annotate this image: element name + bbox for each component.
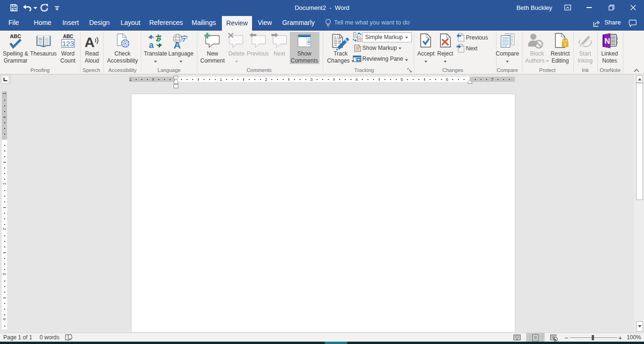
svg-text:123: 123	[62, 40, 74, 48]
svg-text:1: 1	[129, 77, 131, 82]
svg-text:A: A	[173, 40, 180, 49]
svg-text:1: 1	[2, 92, 7, 95]
svg-text:ABC: ABC	[63, 34, 73, 39]
svg-text:3: 3	[2, 273, 7, 275]
svg-text:N: N	[604, 37, 610, 45]
svg-text:4: 4	[355, 77, 358, 82]
svg-text:1: 1	[220, 77, 222, 82]
svg-text:6: 6	[446, 77, 448, 82]
svg-text:1: 1	[2, 183, 7, 185]
svg-text:7: 7	[491, 77, 493, 82]
svg-text:5: 5	[400, 77, 403, 82]
svg-text:4: 4	[2, 318, 7, 320]
svg-text:3: 3	[310, 77, 312, 82]
svg-text:2: 2	[2, 228, 7, 230]
svg-text:2: 2	[265, 77, 267, 82]
svg-text:A: A	[85, 34, 95, 48]
svg-text:ABC: ABC	[10, 33, 21, 39]
svg-text:a: a	[149, 40, 154, 49]
